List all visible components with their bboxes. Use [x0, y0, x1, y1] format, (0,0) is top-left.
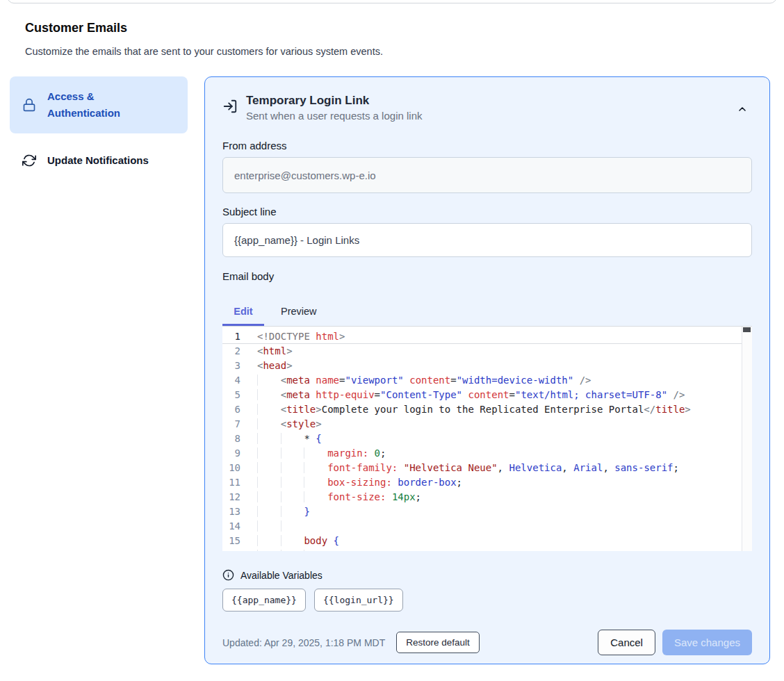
from-address-label: From address [222, 140, 752, 151]
tab-edit[interactable]: Edit [222, 299, 264, 326]
code-line-text: font-size: 14px; [257, 490, 421, 504]
code-line: 11 box-sizing: border-box; [222, 475, 752, 490]
code-line-text: box-sizing: border-box; [257, 475, 462, 490]
code-line: 1<!DOCTYPE html> [222, 329, 752, 344]
lock-icon [22, 98, 36, 112]
email-sections-sidebar: Access & AuthenticationUpdate Notificati… [10, 76, 188, 188]
previous-card-bottom-edge [7, 0, 777, 3]
email-body-tabs: EditPreview [222, 299, 752, 326]
panel-subtitle: Sent when a user requests a login link [246, 110, 422, 122]
code-line-text: font-family: "Helvetica Neue", Helvetica… [257, 461, 679, 475]
subject-line-field[interactable] [222, 223, 752, 257]
line-number: 6 [222, 402, 257, 417]
code-line: 12 font-size: 14px; [222, 490, 752, 504]
line-number: 11 [222, 475, 257, 490]
code-line: 13 } [222, 504, 752, 519]
code-line-text: <!DOCTYPE html> [257, 329, 345, 344]
sidebar-item-access-authentication[interactable]: Access & Authentication [10, 76, 188, 133]
chevron-up-icon [737, 104, 748, 115]
email-body-code-editor[interactable]: 1<!DOCTYPE html>2<html>3<head>4 <meta na… [222, 326, 752, 551]
code-line-text: <meta name="viewport" content="width=dev… [257, 373, 591, 388]
code-line-text: <html> [257, 344, 293, 359]
line-number: 13 [222, 504, 257, 519]
code-line-text: body { [257, 534, 339, 548]
updated-timestamp: Updated: Apr 29, 2025, 1:18 PM MDT [222, 637, 385, 648]
code-line-text: <head> [257, 359, 293, 373]
code-line: 8 * { [222, 432, 752, 446]
line-number: 15 [222, 534, 257, 548]
code-line: 3<head> [222, 359, 752, 373]
page-subtitle: Customize the emails that are sent to yo… [25, 46, 383, 57]
panel-footer: Updated: Apr 29, 2025, 1:18 PM MDT Resto… [222, 630, 752, 655]
sidebar-item-label: Access & Authentication [47, 88, 136, 122]
line-number: 5 [222, 388, 257, 402]
line-number: 7 [222, 417, 257, 432]
available-variables-label: Available Variables [240, 570, 322, 581]
sidebar-item-update-notifications[interactable]: Update Notifications [10, 143, 188, 178]
code-line: 4 <meta name="viewport" content="width=d… [222, 373, 752, 388]
line-number: 3 [222, 359, 257, 373]
variable-chips: {{app_name}}{{login_url}} [222, 589, 752, 612]
code-line: 16 background-color: #f6f6f6; [222, 548, 752, 551]
line-number: 9 [222, 446, 257, 461]
restore-default-button[interactable]: Restore default [396, 632, 480, 653]
code-line-text: <title>Complete your login to the Replic… [257, 402, 691, 417]
code-line: 5 <meta http-equiv="Content-Type" conten… [222, 388, 752, 402]
line-number: 8 [222, 432, 257, 446]
line-number: 2 [222, 344, 257, 359]
code-line-text: <meta http-equiv="Content-Type" content=… [257, 388, 685, 402]
subject-line-label: Subject line [222, 206, 752, 218]
editor-scrollbar-thumb[interactable] [743, 327, 751, 332]
line-number: 14 [222, 519, 257, 534]
collapse-panel-button[interactable] [734, 101, 751, 117]
line-number: 4 [222, 373, 257, 388]
code-line: 2<html> [222, 344, 752, 359]
tab-preview[interactable]: Preview [264, 299, 334, 326]
info-icon [222, 569, 234, 581]
page-title: Customer Emails [25, 21, 127, 35]
login-icon [222, 99, 238, 114]
panel-title: Temporary Login Link [246, 94, 422, 108]
code-line-text: margin: 0; [257, 446, 386, 461]
code-line-text: } [257, 504, 310, 519]
sidebar-item-label: Update Notifications [47, 152, 149, 169]
line-number: 10 [222, 461, 257, 475]
code-line: 10 font-family: "Helvetica Neue", Helvet… [222, 461, 752, 475]
code-line: 14 [222, 519, 752, 534]
code-line: 15 body { [222, 534, 752, 548]
line-number: 1 [222, 329, 257, 344]
code-line: 6 <title>Complete your login to the Repl… [222, 402, 752, 417]
refresh-icon [22, 154, 36, 167]
code-line: 7 <style> [222, 417, 752, 432]
variable-chip-app-name[interactable]: {{app_name}} [222, 589, 306, 612]
email-body-label: Email body [222, 270, 752, 282]
line-number: 16 [222, 548, 257, 551]
line-number: 12 [222, 490, 257, 504]
code-line-text: background-color: #f6f6f6; [257, 548, 480, 551]
panel-header: Temporary Login Link Sent when a user re… [222, 94, 752, 122]
editor-scrollbar-track[interactable] [742, 327, 752, 551]
from-address-field [222, 157, 752, 193]
code-line-text: * { [257, 432, 322, 446]
temporary-login-link-panel: Temporary Login Link Sent when a user re… [204, 76, 770, 664]
code-line: 9 margin: 0; [222, 446, 752, 461]
variable-chip-login-url[interactable]: {{login_url}} [314, 589, 403, 612]
code-line-text: <style> [257, 417, 322, 432]
save-changes-button[interactable]: Save changes [662, 630, 752, 655]
cancel-button[interactable]: Cancel [598, 630, 655, 655]
available-variables-row: Available Variables [222, 569, 752, 581]
code-line-text [257, 519, 304, 534]
